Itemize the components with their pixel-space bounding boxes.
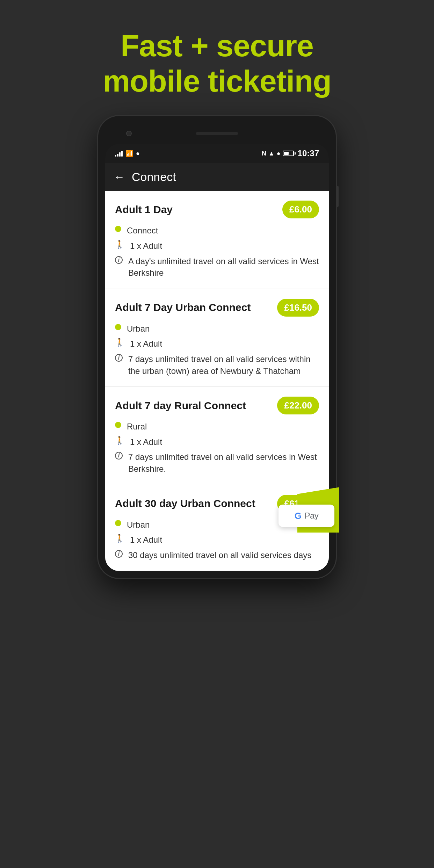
walk-icon: 🚶 — [115, 436, 124, 445]
hero-title: Fast + secure mobile ticketing — [103, 28, 331, 99]
battery-icon — [283, 151, 296, 156]
passenger-row: 🚶 1 x Adult — [115, 338, 319, 350]
info-icon: i — [115, 550, 123, 558]
ticket-description: A day's unlimited travel on all valid se… — [128, 255, 319, 279]
zone-dot-icon — [115, 324, 121, 330]
gpay-button[interactable]: G Pay — [279, 505, 334, 527]
passenger-row: 🚶 1 x Adult — [115, 436, 319, 448]
description-row: i 7 days unlimited travel on all valid s… — [115, 451, 319, 475]
status-right: N ▲ ● 10:37 — [262, 149, 319, 158]
nfc-icon: N — [262, 150, 266, 157]
status-bar: 📶 ● N ▲ ● 10:37 — [105, 144, 329, 163]
description-row: i 7 days unlimited travel on all valid s… — [115, 353, 319, 377]
ticket-price: £6.00 — [282, 201, 319, 218]
zone-label: Rural — [127, 421, 147, 433]
description-row: i 30 days unlimited travel on all valid … — [115, 549, 319, 561]
phone-frame: 📶 ● N ▲ ● 10:37 ← Connect Adult 1 Day — [98, 116, 336, 578]
zone-row: Connect — [115, 225, 319, 237]
phone-side-button — [337, 186, 339, 207]
zone-label: Urban — [127, 323, 150, 335]
info-icon: i — [115, 452, 123, 460]
ticket-name: Adult 1 Day — [115, 204, 282, 216]
passenger-row: 🚶 1 x Adult — [115, 534, 319, 546]
wifi-icon: 📶 — [125, 150, 133, 157]
spotify-icon: ● — [136, 150, 140, 157]
ticket-name: Adult 7 Day Urban Connect — [115, 302, 277, 313]
ticket-card-adult-1-day[interactable]: Adult 1 Day £6.00 Connect 🚶 1 x Adult i … — [105, 191, 329, 289]
ticket-description: 7 days unlimited travel on all valid ser… — [128, 451, 319, 475]
description-row: i A day's unlimited travel on all valid … — [115, 255, 319, 279]
ticket-card-adult-7-day-urban[interactable]: Adult 7 Day Urban Connect £16.50 Urban 🚶… — [105, 289, 329, 387]
phone-top — [105, 123, 329, 144]
app-header: ← Connect — [105, 163, 329, 191]
ticket-name: Adult 30 day Urban Connect — [115, 498, 277, 509]
ticket-description: 30 days unlimited travel on all valid se… — [128, 549, 311, 561]
walk-icon: 🚶 — [115, 534, 124, 543]
info-icon: i — [115, 354, 123, 362]
walk-icon: 🚶 — [115, 338, 124, 347]
zone-row: Urban — [115, 323, 319, 335]
walk-icon: 🚶 — [115, 240, 124, 249]
passenger-label: 1 x Adult — [130, 240, 162, 252]
zone-label: Connect — [127, 225, 158, 237]
passenger-label: 1 x Adult — [130, 534, 162, 546]
info-icon: i — [115, 256, 123, 264]
back-button[interactable]: ← — [114, 171, 125, 183]
ticket-price: £16.50 — [277, 299, 319, 317]
ticket-card-adult-7-day-rural[interactable]: Adult 7 day Rural Connect £22.00 Rural 🚶… — [105, 387, 329, 485]
zone-row: Rural — [115, 421, 319, 433]
status-left: 📶 ● — [115, 150, 140, 157]
gpay-overlay: G Pay — [297, 487, 339, 533]
bluetooth-icon: ▲ — [268, 150, 275, 157]
zone-dot-icon — [115, 422, 121, 428]
passenger-row: 🚶 1 x Adult — [115, 240, 319, 252]
ticket-description: 7 days unlimited travel on all valid ser… — [128, 353, 319, 377]
zone-dot-icon — [115, 226, 121, 232]
clock: 10:37 — [298, 149, 319, 158]
zone-dot-icon — [115, 520, 121, 526]
signal-icon — [115, 150, 123, 157]
speaker — [196, 132, 238, 135]
hero-section: Fast + secure mobile ticketing — [82, 0, 352, 116]
passenger-label: 1 x Adult — [130, 436, 162, 448]
ticket-price: £22.00 — [277, 397, 319, 414]
zone-label: Urban — [127, 519, 150, 531]
location-icon: ● — [277, 150, 281, 157]
camera-icon — [126, 131, 132, 136]
passenger-label: 1 x Adult — [130, 338, 162, 350]
ticket-card-adult-30-day-urban[interactable]: Adult 30 day Urban Connect £61.00 Urban … — [105, 485, 329, 571]
ticket-name: Adult 7 day Rural Connect — [115, 400, 277, 412]
screen-title: Connect — [132, 170, 176, 184]
